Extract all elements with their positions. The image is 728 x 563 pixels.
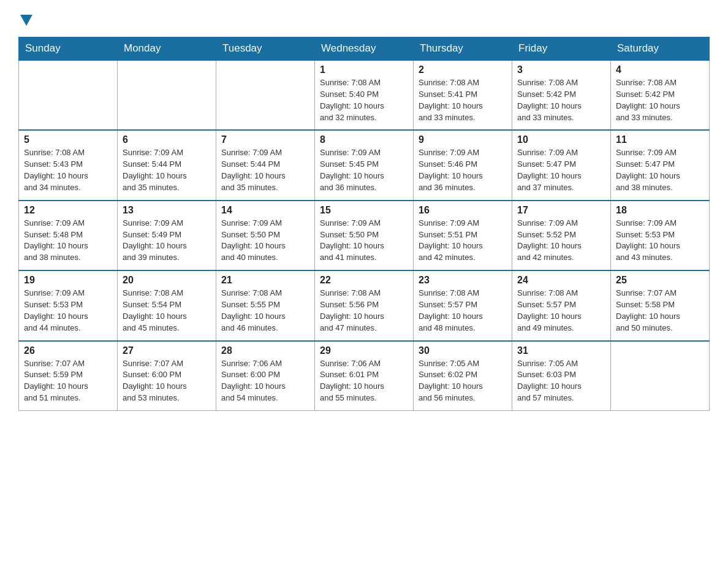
day-info: Sunrise: 7:09 AM Sunset: 5:50 PM Dayligh… — [221, 218, 309, 264]
calendar-cell: 27Sunrise: 7:07 AM Sunset: 6:00 PM Dayli… — [118, 341, 216, 411]
calendar-cell: 14Sunrise: 7:09 AM Sunset: 5:50 PM Dayli… — [216, 201, 315, 270]
calendar-cell: 2Sunrise: 7:08 AM Sunset: 5:41 PM Daylig… — [414, 60, 512, 130]
day-number: 28 — [221, 345, 309, 356]
day-info: Sunrise: 7:09 AM Sunset: 5:53 PM Dayligh… — [24, 288, 112, 334]
day-number: 12 — [24, 205, 112, 216]
day-header-wednesday: Wednesday — [315, 37, 414, 61]
day-header-tuesday: Tuesday — [216, 37, 315, 61]
calendar-cell: 15Sunrise: 7:09 AM Sunset: 5:50 PM Dayli… — [315, 201, 414, 270]
day-info: Sunrise: 7:09 AM Sunset: 5:52 PM Dayligh… — [517, 218, 605, 264]
day-number: 2 — [419, 64, 507, 75]
day-info: Sunrise: 7:08 AM Sunset: 5:56 PM Dayligh… — [320, 288, 408, 334]
day-number: 7 — [221, 134, 309, 145]
calendar-cell: 3Sunrise: 7:08 AM Sunset: 5:42 PM Daylig… — [512, 60, 611, 130]
day-number: 26 — [24, 345, 112, 356]
calendar-cell: 22Sunrise: 7:08 AM Sunset: 5:56 PM Dayli… — [315, 270, 414, 340]
calendar-cell: 13Sunrise: 7:09 AM Sunset: 5:49 PM Dayli… — [118, 201, 216, 270]
day-info: Sunrise: 7:09 AM Sunset: 5:44 PM Dayligh… — [221, 147, 309, 193]
calendar-cell: 30Sunrise: 7:05 AM Sunset: 6:02 PM Dayli… — [414, 341, 512, 411]
logo — [18, 12, 32, 25]
day-info: Sunrise: 7:09 AM Sunset: 5:49 PM Dayligh… — [123, 218, 211, 264]
calendar-cell: 11Sunrise: 7:09 AM Sunset: 5:47 PM Dayli… — [611, 130, 710, 200]
day-number: 29 — [320, 345, 408, 356]
day-number: 18 — [616, 205, 704, 216]
day-number: 22 — [320, 275, 408, 286]
day-number: 15 — [320, 205, 408, 216]
day-number: 6 — [123, 134, 211, 145]
day-info: Sunrise: 7:08 AM Sunset: 5:55 PM Dayligh… — [221, 288, 309, 334]
calendar-cell: 18Sunrise: 7:09 AM Sunset: 5:53 PM Dayli… — [611, 201, 710, 270]
calendar-cell — [611, 341, 710, 411]
calendar-cell: 26Sunrise: 7:07 AM Sunset: 5:59 PM Dayli… — [19, 341, 118, 411]
day-number: 10 — [517, 134, 605, 145]
day-info: Sunrise: 7:09 AM Sunset: 5:46 PM Dayligh… — [419, 147, 507, 193]
day-number: 8 — [320, 134, 408, 145]
day-info: Sunrise: 7:09 AM Sunset: 5:45 PM Dayligh… — [320, 147, 408, 193]
calendar-cell: 31Sunrise: 7:05 AM Sunset: 6:03 PM Dayli… — [512, 341, 611, 411]
day-info: Sunrise: 7:08 AM Sunset: 5:57 PM Dayligh… — [517, 288, 605, 334]
day-number: 16 — [419, 205, 507, 216]
calendar-cell: 4Sunrise: 7:08 AM Sunset: 5:42 PM Daylig… — [611, 60, 710, 130]
calendar-cell — [216, 60, 315, 130]
calendar-cell: 6Sunrise: 7:09 AM Sunset: 5:44 PM Daylig… — [118, 130, 216, 200]
day-header-thursday: Thursday — [414, 37, 512, 61]
calendar-cell: 5Sunrise: 7:08 AM Sunset: 5:43 PM Daylig… — [19, 130, 118, 200]
calendar-cell: 28Sunrise: 7:06 AM Sunset: 6:00 PM Dayli… — [216, 341, 315, 411]
calendar-week-row: 5Sunrise: 7:08 AM Sunset: 5:43 PM Daylig… — [19, 130, 710, 200]
calendar-cell: 7Sunrise: 7:09 AM Sunset: 5:44 PM Daylig… — [216, 130, 315, 200]
day-number: 31 — [517, 345, 605, 356]
calendar-week-row: 12Sunrise: 7:09 AM Sunset: 5:48 PM Dayli… — [19, 201, 710, 270]
calendar-cell: 8Sunrise: 7:09 AM Sunset: 5:45 PM Daylig… — [315, 130, 414, 200]
day-info: Sunrise: 7:06 AM Sunset: 6:01 PM Dayligh… — [320, 358, 408, 404]
day-info: Sunrise: 7:07 AM Sunset: 5:59 PM Dayligh… — [24, 358, 112, 404]
day-number: 23 — [419, 275, 507, 286]
calendar-header-row: SundayMondayTuesdayWednesdayThursdayFrid… — [19, 37, 710, 61]
day-number: 3 — [517, 64, 605, 75]
day-info: Sunrise: 7:09 AM Sunset: 5:47 PM Dayligh… — [517, 147, 605, 193]
calendar-cell: 25Sunrise: 7:07 AM Sunset: 5:58 PM Dayli… — [611, 270, 710, 340]
day-number: 11 — [616, 134, 704, 145]
day-info: Sunrise: 7:06 AM Sunset: 6:00 PM Dayligh… — [221, 358, 309, 404]
day-info: Sunrise: 7:08 AM Sunset: 5:42 PM Dayligh… — [616, 77, 704, 123]
day-info: Sunrise: 7:05 AM Sunset: 6:02 PM Dayligh… — [419, 358, 507, 404]
day-header-monday: Monday — [118, 37, 216, 61]
calendar-cell: 1Sunrise: 7:08 AM Sunset: 5:40 PM Daylig… — [315, 60, 414, 130]
day-number: 17 — [517, 205, 605, 216]
calendar-week-row: 1Sunrise: 7:08 AM Sunset: 5:40 PM Daylig… — [19, 60, 710, 130]
day-number: 14 — [221, 205, 309, 216]
calendar-cell: 23Sunrise: 7:08 AM Sunset: 5:57 PM Dayli… — [414, 270, 512, 340]
day-info: Sunrise: 7:07 AM Sunset: 6:00 PM Dayligh… — [123, 358, 211, 404]
day-number: 21 — [221, 275, 309, 286]
day-info: Sunrise: 7:08 AM Sunset: 5:54 PM Dayligh… — [123, 288, 211, 334]
calendar-cell — [118, 60, 216, 130]
day-header-sunday: Sunday — [19, 37, 118, 61]
calendar-week-row: 26Sunrise: 7:07 AM Sunset: 5:59 PM Dayli… — [19, 341, 710, 411]
day-number: 30 — [419, 345, 507, 356]
day-info: Sunrise: 7:09 AM Sunset: 5:44 PM Dayligh… — [123, 147, 211, 193]
calendar-cell: 21Sunrise: 7:08 AM Sunset: 5:55 PM Dayli… — [216, 270, 315, 340]
page-header — [18, 12, 710, 25]
day-info: Sunrise: 7:09 AM Sunset: 5:53 PM Dayligh… — [616, 218, 704, 264]
day-number: 1 — [320, 64, 408, 75]
day-info: Sunrise: 7:05 AM Sunset: 6:03 PM Dayligh… — [517, 358, 605, 404]
day-number: 27 — [123, 345, 211, 356]
day-info: Sunrise: 7:09 AM Sunset: 5:47 PM Dayligh… — [616, 147, 704, 193]
calendar-cell: 12Sunrise: 7:09 AM Sunset: 5:48 PM Dayli… — [19, 201, 118, 270]
day-number: 24 — [517, 275, 605, 286]
day-info: Sunrise: 7:08 AM Sunset: 5:57 PM Dayligh… — [419, 288, 507, 334]
calendar-cell: 17Sunrise: 7:09 AM Sunset: 5:52 PM Dayli… — [512, 201, 611, 270]
day-info: Sunrise: 7:08 AM Sunset: 5:40 PM Dayligh… — [320, 77, 408, 123]
day-info: Sunrise: 7:08 AM Sunset: 5:42 PM Dayligh… — [517, 77, 605, 123]
day-info: Sunrise: 7:07 AM Sunset: 5:58 PM Dayligh… — [616, 288, 704, 334]
day-number: 13 — [123, 205, 211, 216]
calendar-cell: 10Sunrise: 7:09 AM Sunset: 5:47 PM Dayli… — [512, 130, 611, 200]
day-info: Sunrise: 7:09 AM Sunset: 5:50 PM Dayligh… — [320, 218, 408, 264]
calendar-week-row: 19Sunrise: 7:09 AM Sunset: 5:53 PM Dayli… — [19, 270, 710, 340]
calendar-cell: 19Sunrise: 7:09 AM Sunset: 5:53 PM Dayli… — [19, 270, 118, 340]
calendar-table: SundayMondayTuesdayWednesdayThursdayFrid… — [18, 37, 710, 411]
day-number: 5 — [24, 134, 112, 145]
calendar-cell: 20Sunrise: 7:08 AM Sunset: 5:54 PM Dayli… — [118, 270, 216, 340]
calendar-cell: 9Sunrise: 7:09 AM Sunset: 5:46 PM Daylig… — [414, 130, 512, 200]
day-number: 20 — [123, 275, 211, 286]
calendar-cell: 24Sunrise: 7:08 AM Sunset: 5:57 PM Dayli… — [512, 270, 611, 340]
